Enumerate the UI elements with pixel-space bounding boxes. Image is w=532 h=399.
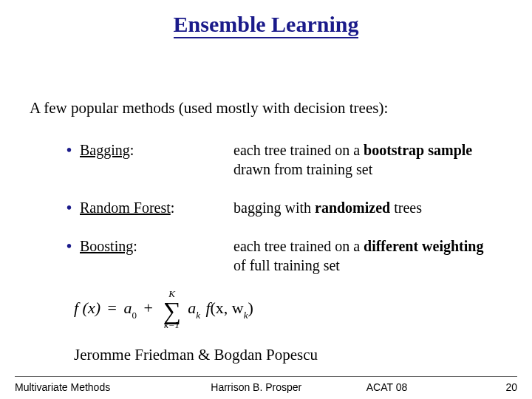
page-number: 20 [495,381,517,393]
intro-text: A few popular methods (used mostly with … [30,99,388,117]
summation-icon: K ∑ k=1 [163,300,180,319]
method-name: Boosting: [80,236,233,256]
methods-list: • Bagging: each tree trained on a bootst… [66,140,510,294]
slide-title: Ensemble Learning [0,12,532,37]
footer-right: ACAT 08 [337,381,495,393]
footer-left: Multivariate Methods [15,381,176,393]
bullet-icon: • [66,198,80,217]
method-name: Bagging: [80,140,233,160]
footer-center: Harrison B. Prosper [176,381,337,393]
formula: f (x) = a0 + K ∑ k=1 ak f(x, wk) [74,299,253,320]
bullet-icon: • [66,140,80,160]
method-name: Random Forest: [80,198,233,217]
bullet-icon: • [66,236,80,256]
method-row-random-forest: • Random Forest: bagging with randomized… [66,198,510,217]
method-description: bagging with randomized trees [233,198,485,217]
method-row-boosting: • Boosting: each tree trained on a diffe… [66,236,510,275]
method-description: each tree trained on a bootstrap sample … [233,140,485,179]
method-row-bagging: • Bagging: each tree trained on a bootst… [66,140,510,179]
slide: Ensemble Learning A few popular methods … [0,0,532,399]
footer: Multivariate Methods Harrison B. Prosper… [15,381,517,393]
method-description: each tree trained on a different weighti… [233,236,485,275]
attribution: Jeromme Friedman & Bogdan Popescu [74,346,318,364]
footer-divider [15,376,517,377]
title-text: Ensemble Learning [174,12,359,38]
